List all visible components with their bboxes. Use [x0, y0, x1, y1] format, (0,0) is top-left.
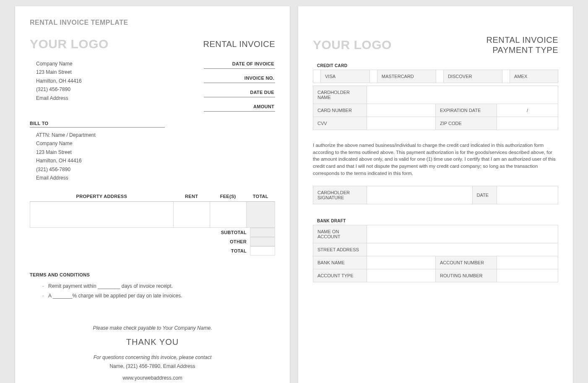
col-property: PROPERTY ADDRESS	[30, 191, 174, 202]
account-number-label: ACCOUNT NUMBER	[435, 256, 497, 269]
invoice-page-1: RENTAL INVOICE TEMPLATE YOUR LOGO RENTAL…	[15, 6, 290, 383]
contact-line: Name, (321) 456-7890, Email Address	[30, 362, 275, 370]
company-phone: (321) 456-7890	[36, 85, 82, 94]
invoice-page-2: YOUR LOGO RENTAL INVOICE PAYMENT TYPE CR…	[298, 6, 573, 383]
billto-street: 123 Main Street	[36, 148, 165, 156]
company-city: Hamilton, OH 44416	[36, 77, 82, 85]
payable-line: Please make check payable to Your Compan…	[30, 324, 275, 332]
subtotal-value[interactable]	[250, 228, 275, 237]
bill-to-label: BILL TO	[30, 121, 165, 128]
invoice-no-field[interactable]: INVOICE NO.	[204, 74, 275, 83]
zip-input[interactable]	[497, 117, 558, 130]
term-item: A _______% charge will be applied per da…	[42, 291, 275, 301]
company-street: 123 Main Street	[36, 68, 82, 76]
billto-phone: (321) 456-7890	[36, 165, 165, 174]
signature-label: CARDHOLDER SIGNATURE	[313, 186, 367, 204]
bank-fields-table: NAME ON ACCOUNT STREET ADDRESS BANK NAME…	[313, 225, 558, 282]
col-rent: RENT	[173, 191, 210, 202]
other-value[interactable]	[250, 237, 275, 246]
total-value[interactable]	[250, 246, 275, 255]
logo-placeholder: YOUR LOGO	[30, 37, 109, 51]
name-on-account-input[interactable]	[367, 225, 558, 243]
total-label: TOTAL	[191, 246, 250, 255]
authorization-text: I authorize the above named business/ind…	[313, 142, 558, 177]
company-meta-row: Company Name 123 Main Street Hamilton, O…	[30, 60, 275, 117]
terms-section: TERMS AND CONDITIONS Remit payment withi…	[30, 272, 275, 301]
account-number-input[interactable]	[497, 256, 558, 269]
credit-card-header: CREDIT CARD	[317, 63, 558, 68]
company-email: Email Address	[36, 94, 82, 102]
cvv-input[interactable]	[367, 117, 436, 130]
amex-label: AMEX	[510, 70, 558, 83]
logo-placeholder-2: YOUR LOGO	[313, 38, 392, 52]
meta-fields: DATE OF INVOICE INVOICE NO. DATE DUE AMO…	[204, 60, 275, 117]
company-block: Company Name 123 Main Street Hamilton, O…	[30, 60, 82, 102]
signature-input[interactable]	[367, 186, 472, 204]
thank-you: THANK YOU	[30, 335, 275, 349]
terms-label: TERMS AND CONDITIONS	[30, 272, 275, 277]
visa-checkbox[interactable]	[313, 70, 321, 83]
header-row-2: YOUR LOGO RENTAL INVOICE PAYMENT TYPE	[313, 35, 558, 55]
discover-label: DISCOVER	[443, 70, 502, 83]
bank-draft-header: BANK DRAFT	[317, 219, 558, 223]
table-row[interactable]	[30, 202, 275, 228]
bank-name-input[interactable]	[367, 256, 436, 269]
expiration-label: EXPIRATION DATE	[435, 104, 497, 117]
header-row: YOUR LOGO RENTAL INVOICE	[30, 37, 275, 51]
sig-date-input[interactable]	[497, 186, 558, 204]
date-due-field[interactable]: DATE DUE	[204, 88, 275, 97]
cardholder-name-input[interactable]	[367, 86, 558, 104]
subtotal-label: SUBTOTAL	[191, 228, 250, 237]
routing-number-label: ROUTING NUMBER	[435, 269, 497, 282]
payment-title: RENTAL INVOICE PAYMENT TYPE	[487, 35, 558, 55]
billto-name: Company Name	[36, 139, 165, 148]
items-table: PROPERTY ADDRESS RENT FEE(S) TOTAL	[30, 191, 275, 228]
template-title: RENTAL INVOICE TEMPLATE	[30, 19, 275, 26]
sig-date-label: DATE	[472, 186, 497, 204]
title-line1: RENTAL INVOICE	[487, 35, 558, 45]
title-line2: PAYMENT TYPE	[487, 45, 558, 55]
signature-table: CARDHOLDER SIGNATURE DATE	[313, 186, 558, 204]
mastercard-checkbox[interactable]	[369, 70, 377, 83]
zip-label: ZIP CODE	[435, 117, 497, 130]
card-type-table: VISA MASTERCARD DISCOVER AMEX	[313, 70, 558, 83]
visa-label: VISA	[321, 70, 370, 83]
discover-checkbox[interactable]	[436, 70, 443, 83]
amount-field[interactable]: AMOUNT	[204, 102, 275, 112]
mastercard-label: MASTERCARD	[377, 70, 436, 83]
street-address-label: STREET ADDRESS	[313, 243, 367, 256]
bill-to-block: ATTN: Name / Department Company Name 123…	[30, 131, 165, 182]
footer: Please make check payable to Your Compan…	[30, 324, 275, 383]
routing-number-input[interactable]	[497, 269, 558, 282]
billto-attn: ATTN: Name / Department	[36, 131, 165, 139]
expiration-input[interactable]: /	[497, 104, 558, 117]
billto-email: Email Address	[36, 174, 165, 182]
bank-name-label: BANK NAME	[313, 256, 367, 269]
web-address: www.yourwebaddress.com	[30, 374, 275, 382]
account-type-label: ACCOUNT TYPE	[313, 269, 367, 282]
term-item: Remit payment within ________ days of in…	[42, 281, 275, 291]
invoice-title: RENTAL INVOICE	[203, 39, 275, 49]
totals-block: SUBTOTAL OTHER TOTAL	[191, 228, 275, 255]
card-number-input[interactable]	[367, 104, 436, 117]
billto-city: Hamilton, OH 44416	[36, 156, 165, 165]
account-type-input[interactable]	[367, 269, 436, 282]
street-address-input[interactable]	[367, 243, 558, 256]
company-name: Company Name	[36, 60, 82, 68]
amex-checkbox[interactable]	[502, 70, 510, 83]
col-total: TOTAL	[246, 191, 275, 202]
contact-intro: For questions concerning this invoice, p…	[30, 353, 275, 362]
cardholder-name-label: CARDHOLDER NAME	[313, 86, 367, 104]
card-number-label: CARD NUMBER	[313, 104, 367, 117]
col-fees: FEE(S)	[210, 191, 246, 202]
cc-fields-table: CARDHOLDER NAME CARD NUMBER EXPIRATION D…	[313, 86, 558, 130]
cvv-label: CVV	[313, 117, 367, 130]
name-on-account-label: NAME ON ACCOUNT	[313, 225, 367, 243]
other-label: OTHER	[191, 237, 250, 246]
date-of-invoice-field[interactable]: DATE OF INVOICE	[204, 60, 275, 69]
